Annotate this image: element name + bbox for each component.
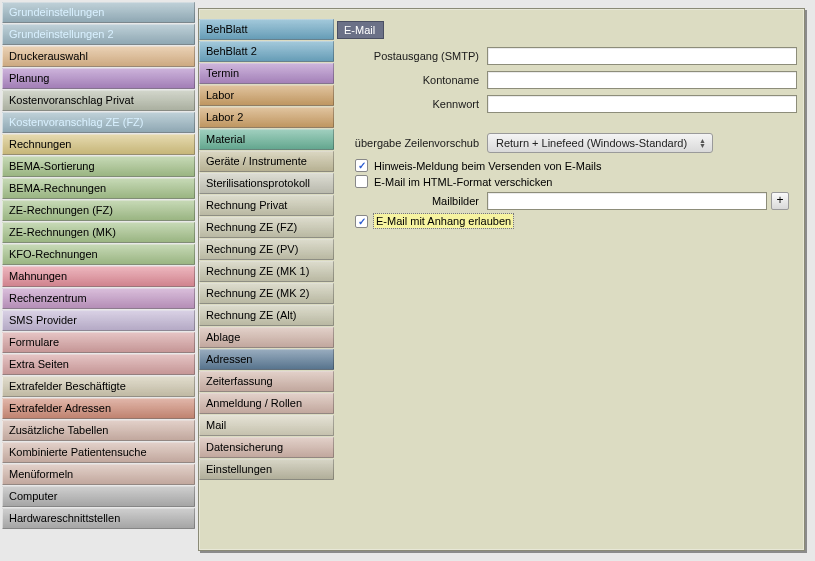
- attach-checkbox[interactable]: [355, 215, 368, 228]
- sidebar-mid-item[interactable]: Labor 2: [199, 107, 334, 128]
- updown-icon: ▲▼: [691, 138, 706, 148]
- linefeed-value: Return + Linefeed (Windows-Standard): [496, 137, 687, 149]
- sidebar-left-item[interactable]: Extrafelder Adressen: [2, 398, 195, 419]
- sidebar-left-label: KFO-Rechnungen: [9, 248, 98, 260]
- linefeed-select[interactable]: Return + Linefeed (Windows-Standard) ▲▼: [487, 133, 713, 153]
- sidebar-mid-item[interactable]: Ablage: [199, 327, 334, 348]
- sidebar-mid-label: Geräte / Instrumente: [206, 155, 307, 167]
- sidebar-left-label: BEMA-Sortierung: [9, 160, 95, 172]
- sidebar-mid-item[interactable]: Einstellungen: [199, 459, 334, 480]
- linefeed-label: übergabe Zeilenvorschub: [337, 137, 487, 149]
- settings-panel: BehBlattBehBlatt 2TerminLaborLabor 2Mate…: [198, 8, 805, 551]
- sidebar-mid-label: Ablage: [206, 331, 240, 343]
- sidebar-left-item[interactable]: BEMA-Sortierung: [2, 156, 195, 177]
- hint-checkbox[interactable]: [355, 159, 368, 172]
- sidebar-mid-item[interactable]: Zeiterfassung: [199, 371, 334, 392]
- sidebar-left-item[interactable]: Formulare: [2, 332, 195, 353]
- sidebar-mid-item[interactable]: Mail: [199, 415, 334, 436]
- sidebar-mid-label: Anmeldung / Rollen: [206, 397, 302, 409]
- sidebar-left-label: Extrafelder Adressen: [9, 402, 111, 414]
- sidebar-mid-item[interactable]: Rechnung ZE (FZ): [199, 217, 334, 238]
- account-input[interactable]: [487, 71, 797, 89]
- mailbilder-add-button[interactable]: +: [771, 192, 789, 210]
- sidebar-mid-item[interactable]: Geräte / Instrumente: [199, 151, 334, 172]
- sidebar-mid-label: Termin: [206, 67, 239, 79]
- sidebar-left-item[interactable]: Zusätzliche Tabellen: [2, 420, 195, 441]
- sidebar-mid-label: Zeiterfassung: [206, 375, 273, 387]
- attach-label: E-Mail mit Anhang erlauben: [374, 214, 513, 228]
- sidebar-left-item[interactable]: SMS Provider: [2, 310, 195, 331]
- sidebar-left-item[interactable]: BEMA-Rechnungen: [2, 178, 195, 199]
- html-label: E-Mail im HTML-Format verschicken: [374, 176, 552, 188]
- sidebar-left-label: Formulare: [9, 336, 59, 348]
- sidebar-mid-label: BehBlatt: [206, 23, 248, 35]
- sidebar-left-item[interactable]: Planung: [2, 68, 195, 89]
- sidebar-left-item[interactable]: Rechnungen: [2, 134, 195, 155]
- sidebar-mid-label: Rechnung ZE (MK 1): [206, 265, 309, 277]
- sidebar-mid-item[interactable]: Sterilisationsprotokoll: [199, 173, 334, 194]
- sidebar-mid-label: Rechnung ZE (MK 2): [206, 287, 309, 299]
- sidebar-mid-item[interactable]: Rechnung Privat: [199, 195, 334, 216]
- account-label: Kontoname: [337, 74, 487, 86]
- sidebar-mid-item[interactable]: Labor: [199, 85, 334, 106]
- sidebar-mid-label: Datensicherung: [206, 441, 283, 453]
- sidebar-left-item[interactable]: Computer: [2, 486, 195, 507]
- smtp-label: Postausgang (SMTP): [337, 50, 487, 62]
- sidebar-left-item[interactable]: Rechenzentrum: [2, 288, 195, 309]
- sidebar-left-label: Kombinierte Patientensuche: [9, 446, 147, 458]
- sidebar-mid-label: Sterilisationsprotokoll: [206, 177, 310, 189]
- sidebar-left-item[interactable]: Kostenvoranschlag ZE (FZ): [2, 112, 195, 133]
- password-label: Kennwort: [337, 98, 487, 110]
- sidebar-left-label: ZE-Rechnungen (FZ): [9, 204, 113, 216]
- sidebar-left-label: Druckerauswahl: [9, 50, 88, 62]
- sidebar-mid-item[interactable]: Termin: [199, 63, 334, 84]
- sidebar-left-item[interactable]: Kostenvoranschlag Privat: [2, 90, 195, 111]
- sidebar-left-label: Planung: [9, 72, 49, 84]
- sidebar-left-item[interactable]: ZE-Rechnungen (FZ): [2, 200, 195, 221]
- sidebar-left-label: Extra Seiten: [9, 358, 69, 370]
- html-checkbox[interactable]: [355, 175, 368, 188]
- sidebar-left-item[interactable]: Extrafelder Beschäftigte: [2, 376, 195, 397]
- sidebar-mid-label: Material: [206, 133, 245, 145]
- sidebar-left-item[interactable]: Hardwareschnittstellen: [2, 508, 195, 529]
- sidebar-left-item[interactable]: Menüformeln: [2, 464, 195, 485]
- email-form: E-Mail Postausgang (SMTP) Kontoname Kenn…: [337, 21, 798, 544]
- section-title: E-Mail: [337, 21, 384, 39]
- sidebar-left-item[interactable]: KFO-Rechnungen: [2, 244, 195, 265]
- sidebar-mid-label: Mail: [206, 419, 226, 431]
- sidebar-left-label: Kostenvoranschlag Privat: [9, 94, 134, 106]
- sidebar-mid-label: Labor: [206, 89, 234, 101]
- password-input[interactable]: [487, 95, 797, 113]
- sidebar-mid-item[interactable]: BehBlatt 2: [199, 41, 334, 62]
- sidebar-mid-item[interactable]: Material: [199, 129, 334, 150]
- hint-label: Hinweis-Meldung beim Versenden von E-Mai…: [374, 160, 601, 172]
- mailbilder-input[interactable]: [487, 192, 767, 210]
- sidebar-left-label: BEMA-Rechnungen: [9, 182, 106, 194]
- sidebar-left-item[interactable]: Mahnungen: [2, 266, 195, 287]
- sidebar-left-item[interactable]: Grundeinstellungen 2: [2, 24, 195, 45]
- sidebar-left-item[interactable]: ZE-Rechnungen (MK): [2, 222, 195, 243]
- sidebar-left-item[interactable]: Extra Seiten: [2, 354, 195, 375]
- mailbilder-label: Mailbilder: [337, 195, 487, 207]
- sidebar-mid-item[interactable]: Anmeldung / Rollen: [199, 393, 334, 414]
- sidebar-mid-label: Einstellungen: [206, 463, 272, 475]
- sidebar-mid-item[interactable]: BehBlatt: [199, 19, 334, 40]
- sidebar-mid-item[interactable]: Rechnung ZE (PV): [199, 239, 334, 260]
- sidebar-mid-item[interactable]: Rechnung ZE (MK 1): [199, 261, 334, 282]
- sidebar-left-item[interactable]: Druckerauswahl: [2, 46, 195, 67]
- smtp-input[interactable]: [487, 47, 797, 65]
- sidebar-left-item[interactable]: Kombinierte Patientensuche: [2, 442, 195, 463]
- sidebar-left-label: Menüformeln: [9, 468, 73, 480]
- sidebar-mid-item[interactable]: Datensicherung: [199, 437, 334, 458]
- sidebar-mid-label: Rechnung ZE (FZ): [206, 221, 297, 233]
- sidebar-mid-item[interactable]: Adressen: [199, 349, 334, 370]
- sidebar-mid-item[interactable]: Rechnung ZE (Alt): [199, 305, 334, 326]
- sidebar-left-label: SMS Provider: [9, 314, 77, 326]
- sidebar-left-label: Kostenvoranschlag ZE (FZ): [9, 116, 144, 128]
- sidebar-left-label: Grundeinstellungen 2: [9, 28, 114, 40]
- sidebar-mid-item[interactable]: Rechnung ZE (MK 2): [199, 283, 334, 304]
- sidebar-left-label: ZE-Rechnungen (MK): [9, 226, 116, 238]
- sidebar-mid-label: BehBlatt 2: [206, 45, 257, 57]
- sidebar-left-item[interactable]: Grundeinstellungen: [2, 2, 195, 23]
- sidebar-left-label: Computer: [9, 490, 57, 502]
